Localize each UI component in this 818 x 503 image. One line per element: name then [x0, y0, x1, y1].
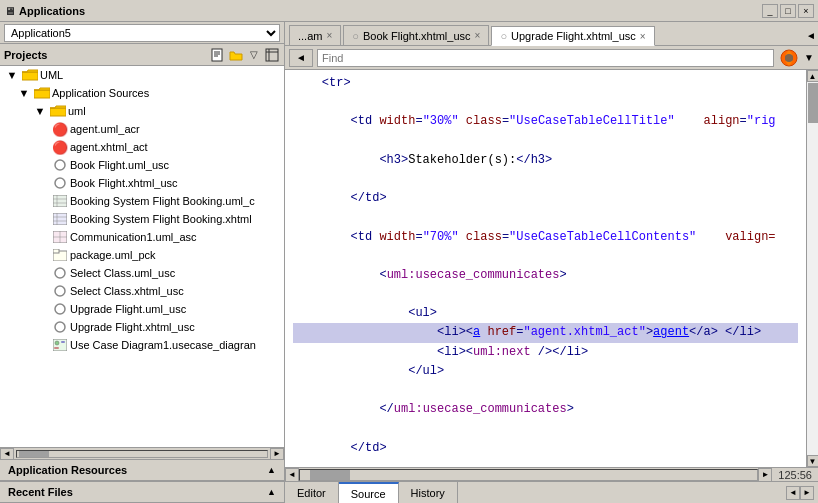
find-input[interactable]: [317, 49, 774, 67]
scroll-left-btn[interactable]: ◄: [0, 448, 14, 460]
svg-rect-9: [53, 195, 67, 207]
tab-book-flight[interactable]: ○ Book Flight.xhtml_usc ×: [343, 25, 489, 45]
hscroll-track: [299, 469, 758, 481]
tree-item-book-flight-xhtml[interactable]: Book Flight.xhtml_usc: [0, 174, 284, 192]
scroll-right-btn[interactable]: ►: [270, 448, 284, 460]
open-icon[interactable]: [228, 47, 244, 63]
firefox-icon[interactable]: [778, 49, 800, 67]
agent-uml-icon: 🔴: [52, 121, 68, 137]
tree-label-book-flight-uml: Book Flight.uml_usc: [70, 159, 169, 171]
expand-icon: ▲: [267, 465, 276, 475]
minimize-button[interactable]: _: [762, 4, 778, 18]
communication-icon: [52, 229, 68, 245]
tree-item-booking-uml[interactable]: Booking System Flight Booking.uml_c: [0, 192, 284, 210]
recent-files-label: Recent Files: [8, 486, 73, 498]
tree-item-select-class-uml[interactable]: Select Class.uml_usc: [0, 264, 284, 282]
booking-uml-icon: [52, 193, 68, 209]
tree-item-app-sources[interactable]: ▼ Application Sources: [0, 84, 284, 102]
config-icon[interactable]: [264, 47, 280, 63]
tree-label-use-case: Use Case Diagram1.usecase_diagran: [70, 339, 256, 351]
tab-history[interactable]: History: [399, 482, 458, 504]
code-line-14: <li><a href="agent.xhtml_act">agent</a> …: [293, 323, 798, 342]
hscroll-left-btn[interactable]: ◄: [285, 468, 299, 482]
folder-uml-icon: [50, 103, 66, 119]
find-back-btn[interactable]: ◄: [289, 49, 313, 67]
hscroll-thumb[interactable]: [310, 470, 350, 480]
recent-files-section[interactable]: Recent Files ▲: [0, 481, 284, 503]
tab-book-close[interactable]: ×: [475, 30, 481, 41]
tab-editor[interactable]: Editor: [285, 482, 339, 504]
agent-xhtml-icon: 🔴: [52, 139, 68, 155]
tree-label-select-class-xhtml: Select Class.xhtml_usc: [70, 285, 184, 297]
tree-label-booking-xhtml: Booking System Flight Booking.xhtml: [70, 213, 252, 225]
code-area[interactable]: <tr> <td width="30%" class="UseCaseTable…: [285, 70, 806, 467]
left-horizontal-scrollbar[interactable]: ◄ ►: [0, 447, 284, 459]
main-area: Application5 Projects ▽: [0, 22, 818, 503]
app-resources-label: Application Resources: [8, 464, 127, 476]
tab-upgrade-flight[interactable]: ○ Upgrade Flight.xhtml_usc ×: [491, 26, 654, 46]
tree-item-uml-folder[interactable]: ▼ uml: [0, 102, 284, 120]
tree-item-use-case[interactable]: Use Case Diagram1.usecase_diagran: [0, 336, 284, 354]
find-dropdown[interactable]: ▼: [804, 52, 814, 63]
tab-am-label: ...am: [298, 30, 322, 42]
select-xhtml-icon: [52, 283, 68, 299]
use-case-icon: [52, 337, 68, 353]
tab-upgrade-close[interactable]: ×: [640, 31, 646, 42]
bottom-scroll-right[interactable]: ►: [800, 486, 814, 500]
bottom-scroll-left[interactable]: ◄: [786, 486, 800, 500]
tree-label-uml: UML: [40, 69, 63, 81]
tab-source[interactable]: Source: [339, 482, 399, 504]
tree-label-upgrade-uml: Upgrade Flight.uml_usc: [70, 303, 186, 315]
tab-am[interactable]: ...am ×: [289, 25, 341, 45]
scroll-thumb-right[interactable]: [808, 83, 818, 123]
tab-am-close[interactable]: ×: [326, 30, 332, 41]
tab-upgrade-flight-label: Upgrade Flight.xhtml_usc: [511, 30, 636, 42]
app-resources-section[interactable]: Application Resources ▲: [0, 459, 284, 481]
package-icon: [52, 247, 68, 263]
new-icon[interactable]: [210, 47, 226, 63]
title-bar: 🖥 Applications _ □ ×: [0, 0, 818, 22]
tab-upgrade-icon: ○: [500, 30, 507, 42]
scroll-thumb[interactable]: [19, 451, 49, 457]
svg-rect-13: [53, 213, 67, 225]
code-line-17: [293, 381, 798, 400]
close-button[interactable]: ×: [798, 4, 814, 18]
application-dropdown[interactable]: Application5: [4, 24, 280, 42]
find-bar: ◄ ▼: [285, 46, 818, 70]
code-line-5: <h3>Stakeholder(s):</h3>: [293, 151, 798, 170]
filter-icon[interactable]: ▽: [246, 47, 262, 63]
svg-point-7: [55, 160, 65, 170]
tree-item-booking-xhtml[interactable]: Booking System Flight Booking.xhtml: [0, 210, 284, 228]
upgrade-xhtml-icon: [52, 319, 68, 335]
hscroll-right-btn[interactable]: ►: [758, 468, 772, 482]
svg-point-8: [55, 178, 65, 188]
scroll-up-btn[interactable]: ▲: [807, 70, 819, 82]
projects-toolbar: Projects ▽: [0, 44, 284, 66]
tree-item-package[interactable]: package.uml_pck: [0, 246, 284, 264]
tree-item-communication[interactable]: Communication1.uml_asc: [0, 228, 284, 246]
code-line-4: [293, 132, 798, 151]
tree-label-app-sources: Application Sources: [52, 87, 149, 99]
tree-item-agent-uml[interactable]: 🔴 agent.uml_acr: [0, 120, 284, 138]
tree-item-upgrade-uml[interactable]: Upgrade Flight.uml_usc: [0, 300, 284, 318]
bottom-tabs-bar: Editor Source History ◄ ►: [285, 481, 818, 503]
file-tree[interactable]: ▼ UML ▼ Application Sources: [0, 66, 284, 447]
code-line-11: <uml:usecase_communicates>: [293, 266, 798, 285]
svg-point-23: [55, 286, 65, 296]
tree-item-agent-xhtml[interactable]: 🔴 agent.xhtml_act: [0, 138, 284, 156]
tabs-scroll-btn[interactable]: ◄: [804, 25, 818, 45]
maximize-button[interactable]: □: [780, 4, 796, 18]
scroll-down-btn[interactable]: ▼: [807, 455, 819, 467]
tree-item-uml[interactable]: ▼ UML: [0, 66, 284, 84]
right-panel: ...am × ○ Book Flight.xhtml_usc × ○ Upgr…: [285, 22, 818, 503]
tab-source-label: Source: [351, 488, 386, 500]
scroll-track-right: [807, 82, 819, 455]
tab-history-label: History: [411, 487, 445, 499]
tree-item-book-flight-uml[interactable]: Book Flight.uml_usc: [0, 156, 284, 174]
svg-rect-28: [61, 341, 65, 343]
code-line-12: [293, 285, 798, 304]
tree-item-upgrade-xhtml[interactable]: Upgrade Flight.xhtml_usc: [0, 318, 284, 336]
right-vertical-scrollbar[interactable]: ▲ ▼: [806, 70, 818, 467]
bottom-horizontal-scrollbar[interactable]: ◄ ► 125:56: [285, 467, 818, 481]
tree-item-select-class-xhtml[interactable]: Select Class.xhtml_usc: [0, 282, 284, 300]
